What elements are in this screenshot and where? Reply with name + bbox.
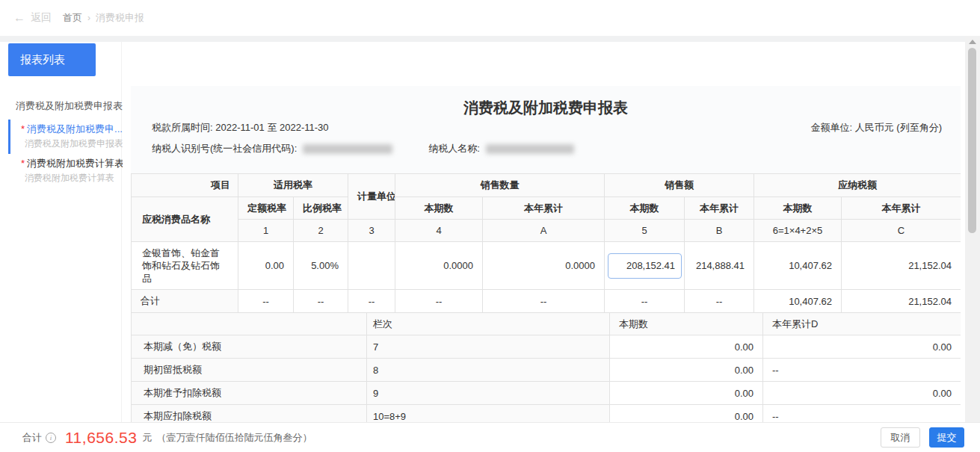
col-ratio-rate: 比例税率 — [294, 197, 348, 220]
col-qty-ytd: 本年累计 — [483, 197, 605, 220]
sidebar-item-subtitle: 消费税附加税费计算表 — [25, 172, 114, 185]
sidebar-group-header[interactable]: 消费税及附加税费申报表 — [16, 99, 117, 113]
total-dash-cell: -- — [348, 290, 395, 313]
taxpayer-name-blurred-value — [486, 144, 574, 154]
vertical-scrollbar[interactable] — [965, 36, 980, 422]
report-list-button[interactable]: 报表列表 — [8, 43, 96, 76]
report-list-sidebar: 报表列表 消费税及附加税费申报表 *消费税及附加税费申... 消费税及附加税费申… — [0, 42, 122, 422]
sidebar-group-label: 消费税及附加税费申报表 — [16, 99, 123, 113]
tax-period-label: 税款所属时间: — [152, 122, 213, 133]
index-cell: 5 — [605, 220, 685, 242]
row-ytd-cell: 0.00 — [763, 382, 961, 405]
sales-current-cell — [605, 242, 685, 290]
table-row-total: 合计 -- -- -- -- -- -- -- 10,407.62 21,152… — [132, 290, 961, 313]
active-indicator-bar — [8, 120, 10, 154]
header-row-subcolumns: 应税消费品名称 定额税率 比例税率 本期数 本年累计 本期数 本年累计 本期数 … — [132, 197, 961, 220]
scrollbar-thumb[interactable] — [968, 48, 976, 233]
index-cell: 2 — [294, 220, 348, 242]
row-ytd-cell: 0.00 — [763, 335, 961, 359]
header-row-groups: 项目 适用税率 计量单位 销售数量 销售额 应纳税额 — [132, 174, 961, 197]
info-icon[interactable]: i — [46, 433, 56, 443]
row-index-cell: 8 — [367, 359, 610, 382]
col-sales-current: 本期数 — [605, 197, 685, 220]
form-title: 消费税及附加税费申报表 — [131, 98, 961, 118]
col-item: 项目 — [132, 174, 238, 197]
col-index-label: 栏次 — [367, 313, 610, 335]
deduction-table: 栏次 本期数 本年累计D 本期减（免）税额 7 0.00 0.00 期初留抵税额… — [131, 312, 961, 422]
sidebar-item-subtitle: 消费税及附加税费申报表 — [25, 137, 123, 150]
sidebar-item-calc-form[interactable]: *消费税附加税费计算表 消费税附加税费计算表 — [0, 154, 122, 188]
row-label-cell: 本期应扣除税额 — [132, 405, 367, 423]
required-asterisk-icon: * — [21, 123, 25, 134]
ratio-rate-cell: 5.00% — [294, 242, 348, 290]
row-current-cell: 0.00 — [610, 405, 763, 423]
sidebar-item-declaration-form[interactable]: *消费税及附加税费申... 消费税及附加税费申报表 — [0, 120, 122, 154]
index-cell: C — [842, 220, 961, 242]
row-ytd-cell: -- — [763, 359, 961, 382]
row-label-cell: 本期减（免）税额 — [132, 335, 367, 359]
unit-cell — [348, 242, 395, 290]
total-dash-cell: -- — [238, 290, 294, 313]
row-label-cell: 本期准予扣除税额 — [132, 382, 367, 405]
breadcrumb-home[interactable]: 首页 — [63, 11, 82, 25]
tax-items-table: 项目 适用税率 计量单位 销售数量 销售额 应纳税额 应税消费品名称 定额税率 … — [131, 173, 961, 313]
col-group-quantity: 销售数量 — [395, 174, 605, 197]
fixed-rate-cell: 0.00 — [238, 242, 294, 290]
row-index-cell: 7 — [367, 335, 610, 359]
taxpayer-name-label: 纳税人名称: — [428, 142, 480, 155]
header-row-indices: 1 2 3 4 A 5 B 6=1×4+2×5 C — [132, 220, 961, 242]
top-bar: ← 返回 首页 › 消费税申报 — [0, 0, 980, 36]
sidebar-item-title: 消费税附加税费计算表 — [27, 158, 124, 169]
topbar-divider — [0, 36, 980, 42]
empty-header-cell — [132, 313, 367, 335]
index-cell: 1 — [238, 220, 294, 242]
total-dash-cell: -- — [294, 290, 348, 313]
footer-bar: 合计 i 11,656.53 元 （壹万壹仟陆佰伍拾陆元伍角叁分） 取消 提交 — [0, 422, 980, 452]
breadcrumb-separator-icon: › — [87, 13, 90, 23]
table-row-allowed-deduction: 本期准予扣除税额 9 0.00 0.00 — [132, 382, 961, 405]
taxpayer-id-blurred-value — [303, 144, 392, 154]
submit-button[interactable]: 提交 — [929, 427, 964, 448]
row-label-cell: 期初留抵税额 — [132, 359, 367, 382]
footer-amount-in-words: （壹万壹仟陆佰伍拾陆元伍角叁分） — [156, 431, 312, 445]
col-ytd-label: 本年累计D — [763, 313, 961, 335]
tax-period-value: 2022-11-01 至 2022-11-30 — [215, 122, 328, 133]
cancel-button[interactable]: 取消 — [881, 427, 920, 448]
index-cell: B — [685, 220, 754, 242]
back-label: 返回 — [31, 11, 52, 25]
row-current-cell: 0.00 — [610, 382, 763, 405]
col-sales-ytd: 本年累计 — [685, 197, 754, 220]
col-qty-current: 本期数 — [395, 197, 483, 220]
row-index-cell: 9 — [367, 382, 610, 405]
row-current-cell: 0.00 — [610, 335, 763, 359]
index-cell: 3 — [348, 220, 395, 242]
tax-ytd-cell: 21,152.04 — [842, 242, 961, 290]
tax-period: 税款所属时间: 2022-11-01 至 2022-11-30 — [152, 121, 329, 134]
back-button[interactable]: ← 返回 — [13, 0, 52, 36]
taxpayer-info: 纳税人识别号(统一社会信用代码): 纳税人名称: — [152, 142, 610, 155]
footer-total-amount: 11,656.53 — [65, 429, 137, 447]
table-row-opening-credit: 期初留抵税额 8 0.00 -- — [132, 359, 961, 382]
footer-unit: 元 — [142, 431, 152, 445]
col-tax-current: 本期数 — [754, 197, 842, 220]
declaration-table: 项目 适用税率 计量单位 销售数量 销售额 应纳税额 应税消费品名称 定额税率 … — [131, 173, 961, 422]
item-name-cell: 金银首饰、铂金首饰和钻石及钻石饰品 — [132, 242, 238, 290]
tax-current-cell: 10,407.62 — [754, 242, 842, 290]
table-row-gold-jewelry: 金银首饰、铂金首饰和钻石及钻石饰品 0.00 5.00% 0.0000 0.00… — [132, 242, 961, 290]
breadcrumb-current: 消费税申报 — [96, 11, 144, 25]
table-row-due-deduction: 本期应扣除税额 10=8+9 0.00 -- — [132, 405, 961, 423]
row-index-cell: 10=8+9 — [367, 405, 610, 423]
footer-total-label: 合计 — [22, 431, 42, 445]
table-row-tax-reduced: 本期减（免）税额 7 0.00 0.00 — [132, 335, 961, 359]
total-dash-cell: -- — [685, 290, 754, 313]
col-unit: 计量单位 — [348, 174, 395, 220]
index-cell: 4 — [395, 220, 483, 242]
row-current-cell: 0.00 — [610, 359, 763, 382]
qty-current-cell: 0.0000 — [395, 242, 483, 290]
total-dash-cell: -- — [605, 290, 685, 313]
sales-current-input[interactable] — [608, 253, 682, 279]
scrollbar-up-arrow-icon[interactable] — [969, 40, 976, 44]
qty-ytd-cell: 0.0000 — [483, 242, 605, 290]
declaration-form-panel: 消费税及附加税费申报表 税款所属时间: 2022-11-01 至 2022-11… — [131, 86, 961, 422]
col-group-rate: 适用税率 — [238, 174, 348, 197]
